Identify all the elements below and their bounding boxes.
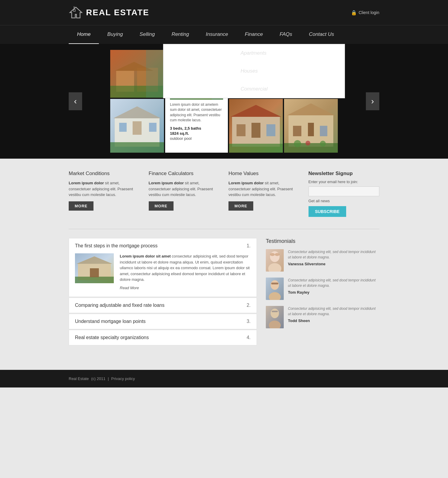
nav-link-renting[interactable]: Renting xyxy=(163,25,197,43)
nav-link-contact[interactable]: Contact Us xyxy=(300,25,342,43)
dropdown-link-commercial[interactable]: Commercial xyxy=(232,80,276,98)
avatar-todd xyxy=(266,306,284,328)
nav-link-buying[interactable]: Buying xyxy=(99,25,131,43)
article-title-3: Understand mortgage loan points xyxy=(75,319,146,324)
header-top: REAL ESTATE 🔒 Client login xyxy=(0,0,448,25)
article-header-4[interactable]: Real estate specialty organizations 4. xyxy=(69,330,257,345)
svg-point-48 xyxy=(294,140,301,147)
article-item-4: Real estate specialty organizations 4. xyxy=(69,330,257,345)
subscribe-button[interactable]: SUBSCRIBE xyxy=(309,206,346,217)
carousel-item-7[interactable] xyxy=(284,99,338,153)
logo-text: REAL ESTATE xyxy=(86,8,149,17)
svg-rect-40 xyxy=(229,144,283,153)
property-img-1 xyxy=(110,50,164,98)
main-nav: Home Buying Selling Renting Apartments H… xyxy=(0,25,448,44)
svg-rect-45 xyxy=(308,123,314,136)
testimonials-section: Testimonials Consectetur adipisicing eli… xyxy=(266,238,379,346)
market-bold: Lorem ipsum dolor xyxy=(69,181,104,185)
testimonial-name-3: Todd Sheen xyxy=(288,318,379,324)
read-more-link-1[interactable]: Read More xyxy=(120,285,139,291)
market-more-button[interactable]: MORE xyxy=(69,201,93,211)
testimonial-content-1: Consectetur adipisicing elit, sed dood t… xyxy=(288,249,379,267)
dropdown-link-houses[interactable]: Houses xyxy=(232,62,276,80)
svg-rect-44 xyxy=(293,126,301,136)
info-box-market: Market Conditions Lorem ipsum dolor sit … xyxy=(69,171,140,217)
carousel-item-6[interactable] xyxy=(229,99,283,153)
article-number-2: 2. xyxy=(247,303,251,308)
section-divider xyxy=(69,229,379,229)
svg-rect-38 xyxy=(251,123,260,138)
nav-item-buying[interactable]: Buying xyxy=(99,25,131,44)
nav-item-finance[interactable]: Finance xyxy=(237,25,271,44)
home-values-more-button[interactable]: MORE xyxy=(228,201,253,211)
carousel-item-1[interactable] xyxy=(110,50,164,98)
article-thumbnail-1 xyxy=(75,253,114,283)
property-img-5 xyxy=(110,99,164,153)
svg-rect-39 xyxy=(266,124,275,136)
nav-link-home[interactable]: Home xyxy=(69,25,99,44)
svg-point-59 xyxy=(270,253,275,256)
article-text-1: Lorem ipsum dolor sit amet consectetur a… xyxy=(120,253,251,291)
nav-item-faqs[interactable]: FAQs xyxy=(271,25,300,44)
svg-rect-55 xyxy=(90,268,99,277)
property-img-7 xyxy=(284,99,338,153)
svg-point-66 xyxy=(271,309,279,318)
nav-link-insurance[interactable]: Insurance xyxy=(197,25,237,43)
info-boxes: Market Conditions Lorem ipsum dolor sit … xyxy=(69,171,379,217)
home-values-text: Lorem ipsum dolor sit amet, consectetuer… xyxy=(228,180,300,198)
newsletter-label: Enter your email here to join: xyxy=(309,180,380,184)
article-title-1: The first steps in the mortgage process xyxy=(75,243,158,249)
carousel-next[interactable]: › xyxy=(366,92,379,110)
newsletter-email-input[interactable] xyxy=(309,186,380,196)
testimonial-content-2: Consectetur adipisicing elit, sed dood t… xyxy=(288,278,379,295)
get-all-news-link[interactable]: Get all news xyxy=(309,199,380,203)
property-img-6 xyxy=(229,99,283,153)
nav-link-faqs[interactable]: FAQs xyxy=(271,25,300,43)
article-header-1[interactable]: The first steps in the mortgage process … xyxy=(69,238,257,253)
avatar-tom xyxy=(266,278,284,300)
svg-rect-33 xyxy=(110,142,164,153)
carousel-prev[interactable]: ‹ xyxy=(69,92,82,110)
svg-marker-0 xyxy=(70,7,82,18)
article-title-4: Real estate specialty organizations xyxy=(75,335,149,340)
testimonial-item-2: Consectetur adipisicing elit, sed dood t… xyxy=(266,278,379,300)
popup-sqft: 1824 sq.ft. xyxy=(170,131,223,136)
article-header-3[interactable]: Understand mortgage loan points 3. xyxy=(69,314,257,329)
nav-list: Home Buying Selling Renting Apartments H… xyxy=(0,25,448,44)
testimonial-text-1: Consectetur adipisicing elit, sed dood t… xyxy=(288,250,376,259)
newsletter-box: Newsletter Signup Enter your email here … xyxy=(309,171,380,217)
nav-item-insurance[interactable]: Insurance xyxy=(197,25,237,44)
dropdown-item-apartments[interactable]: Apartments xyxy=(232,44,276,62)
avatar-vanessa xyxy=(266,249,284,272)
nav-item-home[interactable]: Home xyxy=(69,25,99,44)
nav-item-renting[interactable]: Renting Apartments Houses Commercial xyxy=(163,25,197,44)
renting-dropdown: Apartments Houses Commercial xyxy=(163,44,345,98)
logo-icon xyxy=(69,5,83,20)
nav-item-contact[interactable]: Contact Us xyxy=(300,25,342,44)
info-box-home-values: Home Values Lorem ipsum dolor sit amet, … xyxy=(228,171,300,217)
market-text: Lorem ipsum dolor sit amet, consectetuer… xyxy=(69,180,140,198)
footer-text: Real Estate (c) 2011 | Privacy policy xyxy=(69,376,379,381)
dropdown-item-commercial[interactable]: Commercial xyxy=(232,80,276,98)
popup-beds: 3 beds, 2,5 baths xyxy=(170,126,223,131)
home-values-bold: Lorem ipsum dolor xyxy=(228,181,264,185)
finance-more-button[interactable]: MORE xyxy=(149,201,174,211)
info-box-finance: Finance Calculators Lorem ipsum dolor si… xyxy=(149,171,220,217)
nav-link-finance[interactable]: Finance xyxy=(237,25,271,43)
testimonial-item-1: Consectetur adipisicing elit, sed dood t… xyxy=(266,249,379,272)
dropdown-link-apartments[interactable]: Apartments xyxy=(232,44,276,62)
svg-rect-37 xyxy=(237,124,246,136)
nav-link-selling[interactable]: Selling xyxy=(131,25,163,43)
privacy-policy-link[interactable]: Privacy policy xyxy=(111,376,135,381)
client-login[interactable]: 🔒 Client login xyxy=(351,10,379,16)
testimonial-content-3: Consectetur adipisicing elit, sed dood t… xyxy=(288,306,379,324)
main-content: Market Conditions Lorem ipsum dolor sit … xyxy=(0,159,448,358)
nav-item-selling[interactable]: Selling xyxy=(131,25,163,44)
testimonial-name-1: Vanessa Silverstone xyxy=(288,261,379,267)
dropdown-item-houses[interactable]: Houses xyxy=(232,62,276,80)
carousel-item-5[interactable] xyxy=(110,99,164,153)
article-number-1: 1. xyxy=(247,243,251,249)
article-header-2[interactable]: Comparing adjustable and fixed rate loan… xyxy=(69,298,257,313)
svg-rect-54 xyxy=(75,277,114,283)
testimonial-name-2: Tom Rayley xyxy=(288,289,379,295)
